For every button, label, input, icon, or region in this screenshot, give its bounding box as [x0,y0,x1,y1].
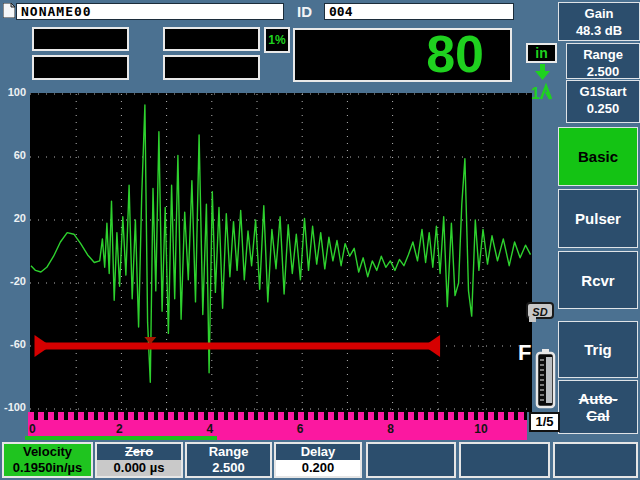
param-label: G1Start [567,83,639,100]
param-g1start[interactable]: G1Start 0.250 [566,80,640,123]
gate1-end-cap[interactable] [424,335,440,357]
x-tick-label: 6 [297,422,304,436]
footer-param-value: 0.200 [276,460,360,476]
menu-label: Trig [584,341,612,358]
menu-label: Pulser [575,210,621,227]
battery-gauge-icon [534,348,558,410]
freeze-indicator: F [518,340,531,366]
y-tick-label: -60 [0,338,26,350]
menu-label: Auto-Cal [578,390,617,424]
readout-slot-4 [163,55,260,80]
footer-param-label: Velocity [4,444,91,460]
menu-label: Basic [578,148,618,165]
y-tick-label: 60 [0,149,26,161]
menu-auto-cal[interactable]: Auto-Cal [558,380,638,434]
x-tick-label: 0 [29,422,36,436]
gate1-bar[interactable] [36,343,441,350]
menu-label: Rcvr [581,272,614,289]
range-zoom-bar [25,436,217,440]
menu-trig[interactable]: Trig [558,321,638,378]
id-label: ID [297,3,312,20]
filename-field[interactable]: NONAME00 [16,3,284,20]
menu-rcvr[interactable]: Rcvr [558,251,638,309]
footer-empty-slot [459,442,550,478]
footer-param-velocity[interactable]: Velocity 0.1950in/µs [2,442,93,478]
footer-param-value: 0.000 µs [97,460,181,476]
y-tick-label: -100 [0,401,26,413]
footer-param-zero[interactable]: Zero 0.000 µs [95,442,183,478]
param-value: 2.500 [567,63,639,80]
id-field[interactable]: 004 [324,3,514,20]
svg-text:1: 1 [531,85,540,101]
footer-param-value: 0.1950in/µs [4,460,91,476]
x-tick-label: 8 [387,422,394,436]
param-gain[interactable]: Gain 48.3 dB [558,2,640,41]
footer-param-label: Zero [97,444,181,460]
main-measurement-readout: 80 [293,28,512,82]
footer-empty-slot [553,442,638,478]
y-tick-label: -20 [0,275,26,287]
footer-param-value: 2.500 [187,460,270,476]
readout-slot-2 [32,55,129,80]
x-tick-label: 2 [116,422,123,436]
footer-param-delay[interactable]: Delay 0.200 [274,442,362,478]
param-label: Range [567,46,639,63]
footer-param-label: Delay [276,444,360,460]
param-value: 48.3 dB [559,22,639,39]
param-value: 0.250 [567,100,639,117]
ruler-teeth [28,412,527,420]
footer-param-range[interactable]: Range 2.500 [185,442,272,478]
menu-basic[interactable]: Basic [558,127,638,186]
percent-badge: 1% [264,27,290,53]
menu-page-indicator: 1/5 [529,412,560,432]
ascan-plot-area [30,93,532,412]
footer-param-label: Range [187,444,270,460]
x-tick-label: 10 [474,422,487,436]
ascan-waveform [31,105,531,382]
menu-pulser[interactable]: Pulser [558,189,638,248]
gate1-depth-mode-icon: 1 [528,63,556,101]
units-badge: in [526,43,557,63]
readout-slot-3 [163,27,260,51]
y-tick-label: 20 [0,212,26,224]
flaw-detector-screen: NONAME00 ID 004 1% 80 in 1 Gain 48.3 dBR… [0,0,640,480]
x-tick-label: 4 [206,422,213,436]
param-label: Gain [559,5,639,22]
readout-slot-1 [32,27,129,51]
sd-card-icon: SD [526,302,554,319]
y-tick-label: 100 [0,86,26,98]
footer-empty-slot [366,442,456,478]
param-range[interactable]: Range 2.500 [566,43,640,79]
file-icon [3,3,15,18]
gate1-start-cap[interactable] [35,335,51,357]
